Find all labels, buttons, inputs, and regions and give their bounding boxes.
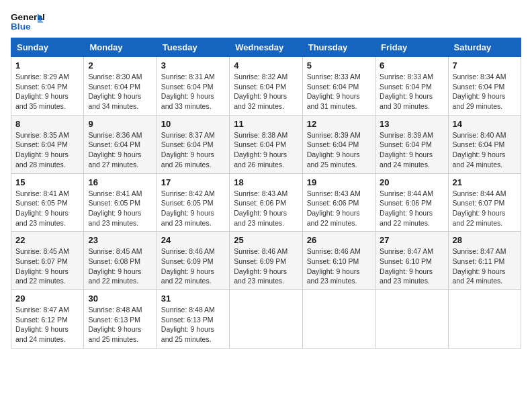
calendar-cell: 11Sunrise: 8:38 AMSunset: 6:04 PMDayligh… <box>230 115 302 173</box>
calendar-cell: 28Sunrise: 8:47 AMSunset: 6:11 PMDayligh… <box>448 232 521 290</box>
day-number: 2 <box>88 60 152 71</box>
day-info: Sunrise: 8:41 AMSunset: 6:05 PMDaylight:… <box>15 189 79 228</box>
day-info: Sunrise: 8:39 AMSunset: 6:04 PMDaylight:… <box>380 130 443 170</box>
weekday-header-tuesday: Tuesday <box>157 38 229 57</box>
day-number: 16 <box>88 177 152 187</box>
calendar-cell: 23Sunrise: 8:45 AMSunset: 6:08 PMDayligh… <box>84 232 157 290</box>
day-number: 27 <box>380 235 443 245</box>
day-info: Sunrise: 8:46 AMSunset: 6:09 PMDaylight:… <box>161 246 225 286</box>
day-info: Sunrise: 8:29 AMSunset: 6:04 PMDaylight:… <box>15 72 79 111</box>
day-number: 5 <box>307 60 371 71</box>
calendar-cell: 5Sunrise: 8:33 AMSunset: 6:04 PMDaylight… <box>302 57 375 116</box>
day-info: Sunrise: 8:48 AMSunset: 6:13 PMDaylight:… <box>88 305 152 345</box>
calendar-cell <box>375 290 448 349</box>
calendar-table: SundayMondayTuesdayWednesdayThursdayFrid… <box>11 38 521 349</box>
calendar-cell: 24Sunrise: 8:46 AMSunset: 6:09 PMDayligh… <box>157 232 229 290</box>
day-info: Sunrise: 8:47 AMSunset: 6:10 PMDaylight:… <box>380 246 443 286</box>
calendar-cell: 14Sunrise: 8:40 AMSunset: 6:04 PMDayligh… <box>448 115 521 173</box>
day-info: Sunrise: 8:33 AMSunset: 6:04 PMDaylight:… <box>307 72 371 111</box>
day-info: Sunrise: 8:38 AMSunset: 6:04 PMDaylight:… <box>234 130 298 170</box>
logo: General Blue <box>11 11 44 31</box>
day-info: Sunrise: 8:47 AMSunset: 6:12 PMDaylight:… <box>15 305 79 345</box>
day-info: Sunrise: 8:37 AMSunset: 6:04 PMDaylight:… <box>161 130 225 170</box>
day-number: 25 <box>234 235 298 245</box>
calendar-cell: 10Sunrise: 8:37 AMSunset: 6:04 PMDayligh… <box>157 115 229 173</box>
calendar-cell: 4Sunrise: 8:32 AMSunset: 6:04 PMDaylight… <box>230 57 302 116</box>
calendar-cell: 8Sunrise: 8:35 AMSunset: 6:04 PMDaylight… <box>11 115 84 173</box>
calendar-cell: 22Sunrise: 8:45 AMSunset: 6:07 PMDayligh… <box>11 232 84 290</box>
calendar-cell: 26Sunrise: 8:46 AMSunset: 6:10 PMDayligh… <box>302 232 375 290</box>
calendar-cell: 2Sunrise: 8:30 AMSunset: 6:04 PMDaylight… <box>84 57 157 116</box>
day-number: 15 <box>15 177 79 187</box>
calendar-cell: 31Sunrise: 8:48 AMSunset: 6:13 PMDayligh… <box>157 290 229 349</box>
weekday-header-monday: Monday <box>84 38 157 57</box>
day-number: 14 <box>453 119 517 129</box>
day-info: Sunrise: 8:40 AMSunset: 6:04 PMDaylight:… <box>453 130 517 170</box>
calendar-cell: 15Sunrise: 8:41 AMSunset: 6:05 PMDayligh… <box>11 173 84 232</box>
day-number: 22 <box>15 235 79 245</box>
day-info: Sunrise: 8:35 AMSunset: 6:04 PMDaylight:… <box>15 130 79 170</box>
day-info: Sunrise: 8:45 AMSunset: 6:07 PMDaylight:… <box>15 246 79 286</box>
calendar-cell: 12Sunrise: 8:39 AMSunset: 6:04 PMDayligh… <box>302 115 375 173</box>
calendar-cell: 19Sunrise: 8:43 AMSunset: 6:06 PMDayligh… <box>302 173 375 232</box>
day-number: 21 <box>453 177 517 187</box>
day-number: 17 <box>161 177 225 187</box>
day-info: Sunrise: 8:39 AMSunset: 6:04 PMDaylight:… <box>307 130 371 170</box>
calendar-cell: 9Sunrise: 8:36 AMSunset: 6:04 PMDaylight… <box>84 115 157 173</box>
day-number: 12 <box>307 119 371 129</box>
day-info: Sunrise: 8:32 AMSunset: 6:04 PMDaylight:… <box>234 72 298 111</box>
day-info: Sunrise: 8:45 AMSunset: 6:08 PMDaylight:… <box>88 246 152 286</box>
calendar-cell: 6Sunrise: 8:33 AMSunset: 6:04 PMDaylight… <box>375 57 448 116</box>
day-number: 9 <box>88 119 152 129</box>
calendar-cell: 27Sunrise: 8:47 AMSunset: 6:10 PMDayligh… <box>375 232 448 290</box>
calendar-cell <box>448 290 521 349</box>
header: General Blue <box>11 11 521 31</box>
logo-icon: General Blue <box>11 11 44 31</box>
calendar-cell: 3Sunrise: 8:31 AMSunset: 6:04 PMDaylight… <box>157 57 229 116</box>
day-number: 8 <box>15 119 79 129</box>
day-info: Sunrise: 8:31 AMSunset: 6:04 PMDaylight:… <box>161 72 225 111</box>
day-number: 20 <box>380 177 443 187</box>
day-number: 7 <box>453 60 517 71</box>
day-number: 19 <box>307 177 371 187</box>
day-info: Sunrise: 8:33 AMSunset: 6:04 PMDaylight:… <box>380 72 443 111</box>
calendar-cell: 18Sunrise: 8:43 AMSunset: 6:06 PMDayligh… <box>230 173 302 232</box>
calendar-cell: 21Sunrise: 8:44 AMSunset: 6:07 PMDayligh… <box>448 173 521 232</box>
day-info: Sunrise: 8:36 AMSunset: 6:04 PMDaylight:… <box>88 130 152 170</box>
day-number: 4 <box>234 60 298 71</box>
calendar-cell: 30Sunrise: 8:48 AMSunset: 6:13 PMDayligh… <box>84 290 157 349</box>
day-info: Sunrise: 8:43 AMSunset: 6:06 PMDaylight:… <box>234 189 298 228</box>
day-info: Sunrise: 8:46 AMSunset: 6:10 PMDaylight:… <box>307 246 371 286</box>
calendar-cell: 1Sunrise: 8:29 AMSunset: 6:04 PMDaylight… <box>11 57 84 116</box>
day-number: 1 <box>15 60 79 71</box>
calendar-week-5: 29Sunrise: 8:47 AMSunset: 6:12 PMDayligh… <box>11 290 521 349</box>
day-number: 18 <box>234 177 298 187</box>
day-number: 28 <box>453 235 517 245</box>
weekday-header-thursday: Thursday <box>302 38 375 57</box>
day-number: 23 <box>88 235 152 245</box>
day-number: 29 <box>15 293 79 304</box>
day-info: Sunrise: 8:30 AMSunset: 6:04 PMDaylight:… <box>88 72 152 111</box>
calendar-cell: 7Sunrise: 8:34 AMSunset: 6:04 PMDaylight… <box>448 57 521 116</box>
day-number: 3 <box>161 60 225 71</box>
calendar-cell: 29Sunrise: 8:47 AMSunset: 6:12 PMDayligh… <box>11 290 84 349</box>
day-info: Sunrise: 8:34 AMSunset: 6:04 PMDaylight:… <box>453 72 517 111</box>
day-info: Sunrise: 8:42 AMSunset: 6:05 PMDaylight:… <box>161 189 225 228</box>
day-number: 31 <box>161 293 225 304</box>
weekday-header-wednesday: Wednesday <box>230 38 302 57</box>
day-number: 10 <box>161 119 225 129</box>
day-number: 24 <box>161 235 225 245</box>
calendar-cell: 16Sunrise: 8:41 AMSunset: 6:05 PMDayligh… <box>84 173 157 232</box>
day-info: Sunrise: 8:41 AMSunset: 6:05 PMDaylight:… <box>88 189 152 228</box>
calendar-cell: 20Sunrise: 8:44 AMSunset: 6:06 PMDayligh… <box>375 173 448 232</box>
day-number: 6 <box>380 60 443 71</box>
day-info: Sunrise: 8:44 AMSunset: 6:07 PMDaylight:… <box>453 189 517 228</box>
day-number: 30 <box>88 293 152 304</box>
day-number: 11 <box>234 119 298 129</box>
calendar-week-4: 22Sunrise: 8:45 AMSunset: 6:07 PMDayligh… <box>11 232 521 290</box>
day-info: Sunrise: 8:48 AMSunset: 6:13 PMDaylight:… <box>161 305 225 345</box>
weekday-header-friday: Friday <box>375 38 448 57</box>
calendar-cell: 13Sunrise: 8:39 AMSunset: 6:04 PMDayligh… <box>375 115 448 173</box>
calendar-week-1: 1Sunrise: 8:29 AMSunset: 6:04 PMDaylight… <box>11 57 521 116</box>
day-info: Sunrise: 8:44 AMSunset: 6:06 PMDaylight:… <box>380 189 443 228</box>
